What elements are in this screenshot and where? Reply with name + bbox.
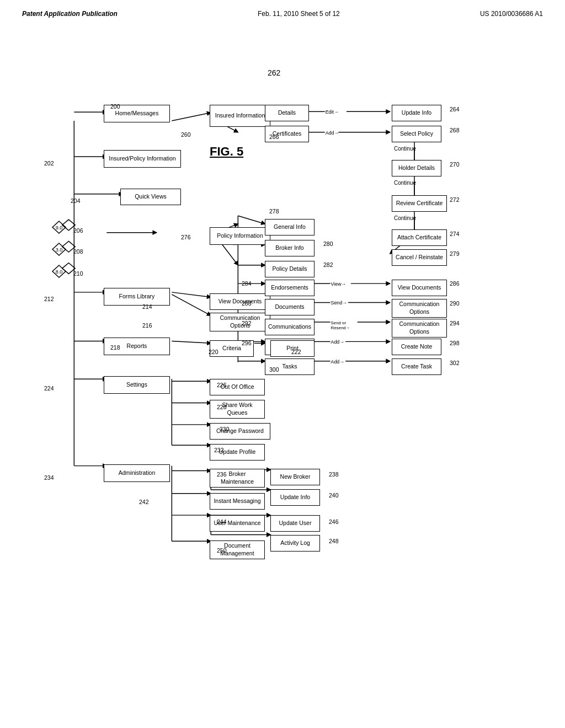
num-294: 294 — [450, 320, 460, 326]
box-update-user: Update User — [270, 515, 320, 532]
box-quick-views: Quick Views — [120, 189, 181, 205]
box-administration: Administration — [104, 464, 170, 482]
diagram-container: Edit→ Add→ View→ — [0, 23, 565, 685]
svg-text:3.0: 3.0 — [56, 247, 63, 253]
num-286: 286 — [450, 280, 460, 287]
svg-text:Send→: Send→ — [331, 300, 348, 306]
date-sheet-label: Feb. 11, 2010 Sheet 5 of 12 — [258, 10, 340, 18]
num-208: 208 — [73, 248, 83, 255]
num-302: 302 — [450, 360, 460, 366]
label-continue-1: Continue — [394, 146, 416, 152]
box-policy-details: Policy Details — [265, 261, 315, 277]
page-header: Patent Application Publication Feb. 11, … — [0, 0, 565, 23]
publication-label: Patent Application Publication — [22, 10, 118, 18]
label-262: 262 — [268, 68, 280, 77]
box-holder-details: Holder Details — [392, 160, 441, 176]
box-documents: Documents — [265, 299, 315, 315]
num-276: 276 — [181, 234, 191, 240]
num-200: 200 — [110, 103, 120, 110]
box-instant-messaging: Instant Messaging — [210, 493, 265, 510]
num-234: 234 — [44, 474, 54, 481]
box-review-certificate: Review Certificate — [392, 195, 447, 212]
svg-text:Edit→: Edit→ — [326, 109, 339, 115]
box-insured-policy: Insured/Policy Information — [104, 150, 181, 168]
num-268: 268 — [450, 127, 460, 133]
box-forms-library: Forms Library — [104, 288, 170, 306]
box-create-note: Create Note — [392, 339, 441, 355]
svg-text:Resend→: Resend→ — [331, 325, 350, 330]
diamond-3: 3.0 — [51, 243, 67, 257]
num-298: 298 — [450, 340, 460, 346]
num-240: 240 — [329, 492, 339, 499]
num-272: 272 — [450, 196, 460, 203]
num-242: 242 — [139, 499, 149, 505]
svg-text:View→: View→ — [331, 281, 347, 287]
num-216: 216 — [142, 322, 152, 329]
box-broker-info: Broker Info — [265, 240, 315, 256]
svg-text:8.0: 8.0 — [56, 269, 63, 275]
label-continue-3: Continue — [394, 215, 416, 221]
num-218: 218 — [110, 344, 120, 351]
box-change-password: Change Password — [210, 423, 270, 440]
box-general-info: General Info — [265, 219, 315, 235]
num-238: 238 — [329, 471, 339, 478]
num-280: 280 — [323, 240, 333, 247]
svg-text:9.0: 9.0 — [56, 225, 63, 231]
svg-line-57 — [172, 341, 211, 343]
box-endorsements: Endorsements — [265, 280, 315, 296]
label-continue-2: Continue — [394, 180, 416, 186]
num-279: 279 — [450, 250, 460, 257]
svg-line-31 — [238, 216, 265, 224]
num-244: 244 — [217, 518, 227, 525]
num-270: 270 — [450, 161, 460, 168]
svg-text:Send or: Send or — [331, 320, 347, 325]
diamond-9: 9.0 — [51, 221, 67, 235]
num-210: 210 — [73, 270, 83, 277]
box-comm-options-3: Communication Options — [392, 319, 447, 338]
num-296: 296 — [242, 340, 252, 346]
svg-text:Add→: Add→ — [331, 359, 345, 365]
svg-line-55 — [172, 292, 211, 297]
box-update-info-broker: Update Info — [270, 489, 320, 506]
num-282: 282 — [323, 261, 333, 268]
num-226: 226 — [217, 382, 227, 388]
num-290: 290 — [450, 300, 460, 307]
svg-text:Add→: Add→ — [331, 339, 345, 345]
box-insured-info: Insured Information — [210, 105, 270, 127]
box-select-policy: Select Policy — [392, 126, 441, 142]
num-202: 202 — [44, 160, 54, 167]
box-attach-certificate: Attach Certificate — [392, 229, 447, 246]
patent-number-label: US 2010/0036686 A1 — [480, 10, 543, 18]
box-cancel-reinstate: Cancel / Reinstate — [392, 249, 447, 266]
box-view-documents-right: View Documents — [392, 280, 447, 296]
num-212: 212 — [44, 296, 54, 302]
box-activity-log: Activity Log — [270, 535, 320, 552]
box-settings: Settings — [104, 376, 170, 394]
svg-line-12 — [172, 113, 211, 121]
box-view-documents-left: View Documents — [210, 293, 270, 310]
num-274: 274 — [450, 231, 460, 237]
svg-text:Add→: Add→ — [326, 130, 339, 136]
box-policy-info: Policy Information — [210, 227, 270, 245]
num-224: 224 — [44, 385, 54, 392]
num-214: 214 — [142, 303, 152, 310]
num-228: 228 — [217, 404, 227, 410]
box-comm-options-2: Communication Options — [392, 299, 447, 318]
svg-line-56 — [172, 295, 211, 315]
num-236: 236 — [217, 471, 227, 478]
num-246: 246 — [329, 518, 339, 525]
diamond-8: 8.0 — [51, 265, 67, 279]
num-266: 266 — [269, 133, 279, 140]
num-222: 222 — [291, 349, 301, 355]
num-250: 250 — [217, 547, 227, 554]
num-248: 248 — [329, 538, 339, 544]
box-new-broker: New Broker — [270, 469, 320, 485]
box-communications: Communications — [265, 319, 315, 335]
box-create-task: Create Task — [392, 358, 441, 375]
num-284: 284 — [242, 280, 252, 287]
num-264: 264 — [450, 106, 460, 113]
box-update-info-right: Update Info — [392, 105, 441, 121]
box-details: Details — [265, 105, 309, 121]
num-230: 230 — [220, 426, 230, 432]
num-220: 220 — [209, 349, 218, 355]
